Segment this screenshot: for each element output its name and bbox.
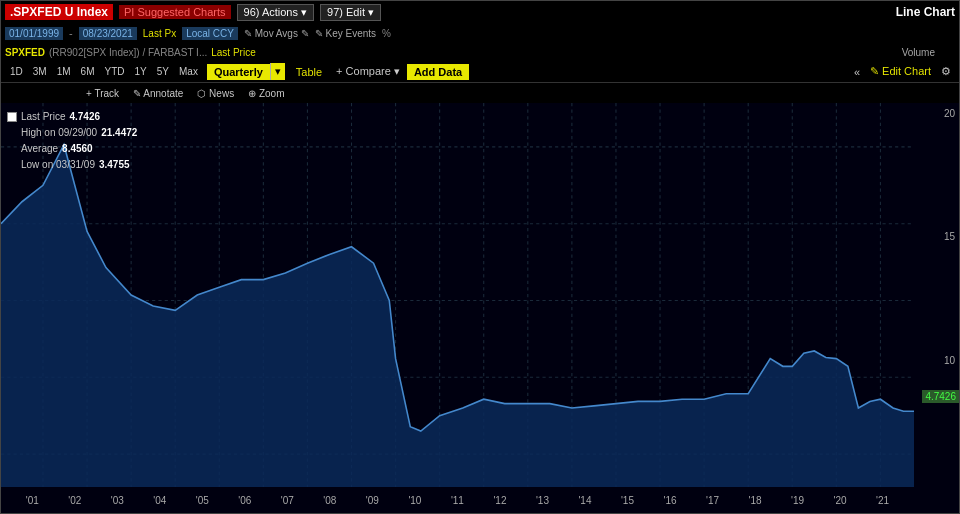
suggested-charts[interactable]: PI Suggested Charts	[119, 5, 231, 19]
formula-text: (RR902[SPX Index]) / FARBAST I...	[49, 47, 207, 58]
x-06: '06	[238, 495, 251, 506]
x-axis: '01 '02 '03 '04 '05 '06 '07 '08 '09 '10 …	[1, 487, 914, 513]
news-button[interactable]: ⬡ News	[192, 87, 239, 100]
time-1m[interactable]: 1M	[52, 64, 76, 79]
actions-button[interactable]: 96) Actions ▾	[237, 4, 314, 21]
last-price-checkbox[interactable]	[7, 112, 17, 122]
avg-legend-label: Average	[21, 141, 58, 157]
x-03: '03	[111, 495, 124, 506]
last-price-legend-value: 4.7426	[69, 109, 100, 125]
chart-legend: Last Price 4.7426 High on 09/29/00 21.44…	[7, 109, 137, 173]
key-events[interactable]: ✎ Key Events	[315, 28, 376, 39]
x-20: '20	[834, 495, 847, 506]
x-11: '11	[451, 495, 464, 506]
chart-area[interactable]: Last Price 4.7426 High on 09/29/00 21.44…	[1, 103, 959, 513]
time-max[interactable]: Max	[174, 64, 203, 79]
x-14: '14	[578, 495, 591, 506]
x-04: '04	[153, 495, 166, 506]
percent-sign: %	[382, 28, 391, 39]
avg-legend-value: 8.4560	[62, 141, 93, 157]
y-label-20: 20	[944, 108, 955, 119]
time-1y[interactable]: 1Y	[130, 64, 152, 79]
volume-text: Volume	[902, 47, 935, 58]
title-bar: SPXFED (RR902[SPX Index]) / FARBAST I...…	[1, 43, 959, 61]
y-axis: 20 15 10	[914, 103, 959, 483]
x-05: '05	[196, 495, 209, 506]
x-15: '15	[621, 495, 634, 506]
track-button[interactable]: + Track	[81, 87, 124, 100]
x-01: '01	[26, 495, 39, 506]
x-21: '21	[876, 495, 889, 506]
x-08: '08	[323, 495, 336, 506]
last-px-label: Last Px	[143, 28, 176, 39]
quarterly-dropdown[interactable]: ▾	[270, 63, 285, 80]
mov-avgs[interactable]: ✎ Mov Avgs ✎	[244, 28, 309, 39]
time-ytd[interactable]: YTD	[100, 64, 130, 79]
x-19: '19	[791, 495, 804, 506]
edit-button[interactable]: 97) Edit ▾	[320, 4, 381, 21]
chart-svg	[1, 103, 914, 487]
end-date[interactable]: 08/23/2021	[79, 27, 137, 40]
x-09: '09	[366, 495, 379, 506]
high-legend-value: 21.4472	[101, 125, 137, 141]
zoom-button[interactable]: ⊕ Zoom	[243, 87, 289, 100]
x-10: '10	[408, 495, 421, 506]
time-6m[interactable]: 6M	[76, 64, 100, 79]
x-16: '16	[663, 495, 676, 506]
x-02: '02	[68, 495, 81, 506]
last-price-title: Last Price	[211, 47, 255, 58]
annotate-button[interactable]: ✎ Annotate	[128, 87, 188, 100]
gear-button[interactable]: ⚙	[937, 63, 955, 80]
quarterly-button[interactable]: Quarterly	[207, 64, 270, 80]
x-13: '13	[536, 495, 549, 506]
time-5y[interactable]: 5Y	[152, 64, 174, 79]
spxfed-title: SPXFED	[5, 47, 45, 58]
compare-button[interactable]: + Compare ▾	[329, 63, 407, 80]
time-1d[interactable]: 1D	[5, 64, 28, 79]
time-3m[interactable]: 3M	[28, 64, 52, 79]
y-label-15: 15	[944, 231, 955, 242]
current-price-tag: 4.7426	[922, 390, 959, 403]
x-12: '12	[493, 495, 506, 506]
local-ccy[interactable]: Local CCY	[182, 27, 238, 40]
table-button[interactable]: Table	[289, 64, 329, 80]
chevron-button[interactable]: «	[850, 64, 864, 80]
ticker-badge: .SPXFED U Index	[5, 4, 113, 20]
add-data-button[interactable]: Add Data	[407, 64, 469, 80]
edit-chart-button[interactable]: ✎ Edit Chart	[864, 63, 937, 80]
sub-toolbar: + Track ✎ Annotate ⬡ News ⊕ Zoom	[1, 83, 959, 103]
x-18: '18	[749, 495, 762, 506]
high-legend-label: High on 09/29/00	[21, 125, 97, 141]
start-date[interactable]: 01/01/1999	[5, 27, 63, 40]
line-chart-label: Line Chart	[896, 5, 955, 19]
top-bar: .SPXFED U Index PI Suggested Charts 96) …	[1, 1, 959, 23]
main-container: .SPXFED U Index PI Suggested Charts 96) …	[0, 0, 960, 514]
last-price-legend-label: Last Price	[21, 109, 65, 125]
date-bar: 01/01/1999 - 08/23/2021 Last Px Local CC…	[1, 23, 959, 43]
low-legend-label: Low on 03/31/09	[21, 157, 95, 173]
low-legend-value: 3.4755	[99, 157, 130, 173]
x-17: '17	[706, 495, 719, 506]
y-label-10: 10	[944, 355, 955, 366]
svg-marker-25	[1, 145, 914, 487]
toolbar: 1D 3M 1M 6M YTD 1Y 5Y Max Quarterly ▾ Ta…	[1, 61, 959, 83]
x-07: '07	[281, 495, 294, 506]
